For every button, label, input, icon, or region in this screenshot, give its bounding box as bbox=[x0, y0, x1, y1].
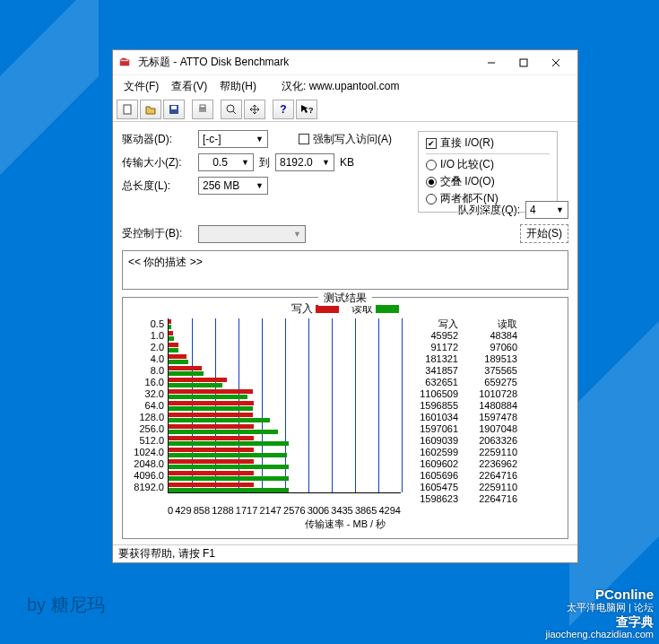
overlap-io-radio[interactable] bbox=[426, 177, 437, 187]
svg-rect-7 bbox=[199, 108, 206, 112]
watermark-author: by 糖尼玛 bbox=[27, 593, 105, 617]
open-file-icon[interactable] bbox=[140, 100, 161, 119]
drive-select[interactable]: [-c-]▼ bbox=[198, 130, 268, 148]
transfer-label: 传输大小(Z): bbox=[122, 155, 198, 170]
whatsthis-icon[interactable]: ? bbox=[296, 100, 317, 119]
direct-io-checkbox[interactable]: ✔ bbox=[426, 138, 437, 149]
minimize-button[interactable] bbox=[475, 52, 507, 74]
neither-radio[interactable] bbox=[426, 194, 437, 205]
svg-line-10 bbox=[233, 111, 236, 114]
force-write-checkbox[interactable] bbox=[299, 134, 309, 144]
controlled-select[interactable]: ▼ bbox=[198, 225, 306, 243]
print-icon[interactable] bbox=[192, 100, 213, 119]
window-title: 无标题 - ATTO Disk Benchmark bbox=[138, 55, 475, 70]
statusbar: 要获得帮助, 请按 F1 bbox=[113, 544, 577, 562]
menu-file[interactable]: 文件(F) bbox=[118, 77, 164, 96]
xaxis-label: 传输速率 - MB / 秒 bbox=[128, 518, 562, 531]
queue-select[interactable]: 4▼ bbox=[525, 201, 568, 219]
io-compare-radio[interactable] bbox=[426, 160, 437, 170]
to-label: 到 bbox=[259, 155, 270, 170]
description-box[interactable]: << 你的描述 >> bbox=[122, 250, 568, 290]
svg-rect-1 bbox=[520, 59, 527, 66]
length-select[interactable]: 256 MB▼ bbox=[198, 177, 268, 195]
transfer-to-select[interactable]: 8192.0▼ bbox=[275, 153, 334, 171]
length-label: 总长度(L): bbox=[122, 178, 198, 194]
start-button[interactable]: 开始(S) bbox=[520, 224, 568, 243]
new-file-icon[interactable] bbox=[117, 100, 138, 119]
svg-rect-4 bbox=[124, 105, 131, 114]
close-button[interactable] bbox=[540, 52, 572, 74]
watermark-site: PConline 太平洋电脑网 | 论坛 查字典 jiaocheng.chazi… bbox=[546, 588, 654, 640]
transfer-from-select[interactable]: 0.5▼ bbox=[198, 153, 254, 171]
move-icon[interactable] bbox=[244, 100, 265, 119]
maximize-button[interactable] bbox=[507, 52, 540, 74]
force-write-label: 强制写入访问(A) bbox=[313, 132, 392, 147]
chart: 0.51.02.04.08.016.032.064.0128.0256.0512… bbox=[128, 318, 401, 505]
titlebar[interactable]: 无标题 - ATTO Disk Benchmark bbox=[113, 50, 577, 75]
results-panel: 测试结果 写入 读取 0.51.02.04.08.016.032.064.012… bbox=[122, 297, 568, 539]
svg-point-9 bbox=[227, 105, 234, 112]
svg-text:?: ? bbox=[308, 106, 314, 115]
svg-rect-8 bbox=[200, 105, 205, 108]
help-icon[interactable]: ? bbox=[273, 100, 294, 119]
menu-help[interactable]: 帮助(H) bbox=[214, 77, 262, 96]
menu-view[interactable]: 查看(V) bbox=[166, 77, 212, 96]
toolbar: ? ? bbox=[113, 98, 577, 122]
menu-localize[interactable]: 汉化: www.upantool.com bbox=[276, 77, 404, 96]
save-file-icon[interactable] bbox=[163, 100, 185, 119]
svg-rect-6 bbox=[171, 106, 177, 109]
menubar: 文件(F) 查看(V) 帮助(H) 汉化: www.upantool.com bbox=[113, 75, 577, 98]
app-icon bbox=[118, 56, 133, 70]
preview-icon[interactable] bbox=[221, 100, 242, 119]
drive-label: 驱动器(D): bbox=[122, 132, 198, 147]
unit-label: KB bbox=[340, 156, 354, 169]
app-window: 无标题 - ATTO Disk Benchmark 文件(F) 查看(V) 帮助… bbox=[112, 49, 578, 563]
results-title: 测试结果 bbox=[318, 291, 372, 306]
controlled-label: 受控制于(B): bbox=[122, 226, 198, 241]
